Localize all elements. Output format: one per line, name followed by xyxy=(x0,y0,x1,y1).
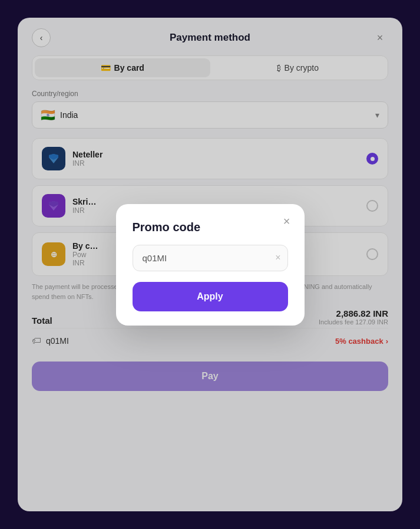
dialog-close-icon: × xyxy=(283,215,290,228)
apply-button[interactable]: Apply xyxy=(133,282,288,311)
promo-input-wrapper: × xyxy=(133,245,288,271)
clear-icon: × xyxy=(275,252,280,263)
promo-dialog: × Promo code × Apply xyxy=(116,204,305,326)
promo-dialog-overlay: × Promo code × Apply xyxy=(0,0,420,529)
input-clear-button[interactable]: × xyxy=(275,252,280,263)
dialog-title: Promo code xyxy=(133,221,288,234)
promo-code-input[interactable] xyxy=(133,245,288,271)
dialog-close-button[interactable]: × xyxy=(279,213,295,230)
